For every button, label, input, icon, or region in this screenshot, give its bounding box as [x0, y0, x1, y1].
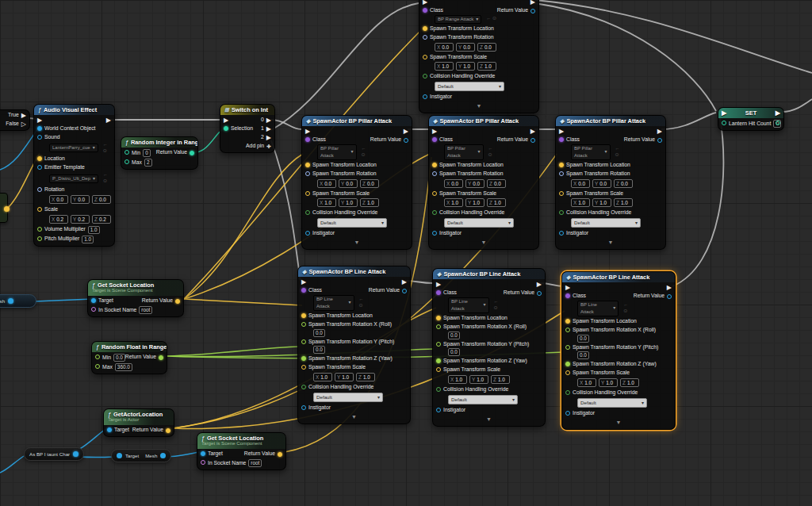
- pin-return-value[interactable]: [190, 151, 194, 155]
- collision-handling-dropdown[interactable]: Default▾: [435, 82, 504, 91]
- pin-collision-handling-override[interactable]: [305, 210, 310, 215]
- pin-class[interactable]: [301, 288, 306, 293]
- vector-x-field[interactable]: X1.0: [577, 378, 596, 387]
- value-field[interactable]: 0.0: [313, 329, 325, 337]
- vector-z-field[interactable]: Z0.0: [477, 43, 496, 52]
- pin-return-value[interactable]: [530, 138, 535, 143]
- blueprint-graph-canvas[interactable]: True▶False▷MeshƒAudio Visual Effect▶▶Wor…: [0, 0, 812, 506]
- pin-spawn-transform-rotation-y-pitch[interactable]: [301, 339, 306, 344]
- exec-pin[interactable]: ▶: [537, 281, 542, 288]
- exec-pin[interactable]: ▶: [423, 0, 427, 6]
- spawnactor-bp-range-attack[interactable]: ▶▶ClassBP Range Attack▾← ⊙Return ValueSp…: [419, 0, 539, 113]
- p-distro-ult-dep-dropdown[interactable]: P_Distro_Ult_Dep▾: [49, 174, 98, 183]
- node-header[interactable]: ◈SpawnActor BP Pillar Attack: [429, 116, 538, 126]
- vector-x-field[interactable]: X0.0: [435, 43, 454, 52]
- node-header[interactable]: ⊞Switch on Int: [220, 105, 274, 115]
- pin-min[interactable]: [95, 355, 100, 359]
- vector-x-field[interactable]: X1.0: [448, 375, 467, 384]
- vector-y-field[interactable]: Y0.2: [71, 215, 90, 224]
- pin-return-value[interactable]: [278, 452, 282, 457]
- pin-return-value[interactable]: [657, 138, 662, 143]
- node-header[interactable]: ƒRandom Integer in Range: [121, 137, 197, 148]
- pin-return-value[interactable]: [159, 355, 163, 360]
- pin-spawn-transform-location[interactable]: [423, 26, 427, 31]
- pin-collision-handling-override[interactable]: [423, 74, 427, 79]
- collapse-arrow-icon[interactable]: ▼: [436, 416, 542, 424]
- branch-fragment[interactable]: True▶False▷: [0, 109, 30, 131]
- exec-pin[interactable]: ▶: [224, 117, 228, 124]
- lanternparry-cue-dropdown[interactable]: LanternParry_cue▾: [49, 144, 98, 152]
- pin-class[interactable]: [565, 293, 570, 298]
- pin-spawn-transform-location[interactable]: [436, 316, 441, 320]
- vector-y-field[interactable]: Y1.0: [335, 373, 354, 381]
- getactorlocation[interactable]: ƒGetActorLocationTarget is ActorTargetRe…: [103, 408, 174, 437]
- pin-spawn-transform-rotation-z-yaw[interactable]: [436, 358, 441, 363]
- pin-spawn-transform-rotation[interactable]: [559, 171, 564, 176]
- exec-pin[interactable]: ▶: [559, 128, 564, 135]
- pin-spawn-transform-rotation-x-roll[interactable]: [301, 322, 306, 327]
- vector-y-field[interactable]: Y1.0: [469, 375, 488, 384]
- pin-spawn-transform-location[interactable]: [432, 163, 437, 167]
- vector-x-field[interactable]: X0.0: [317, 179, 336, 188]
- pin-spawn-transform-rotation[interactable]: [305, 171, 310, 176]
- pin-spawn-transform-location[interactable]: [305, 163, 310, 167]
- vector-x-field[interactable]: X0.0: [571, 179, 590, 188]
- min-field[interactable]: 0: [143, 149, 151, 157]
- get-socket-location-lower[interactable]: ƒGet Socket LocationTarget is Scene Comp…: [197, 432, 286, 470]
- pin-return-value[interactable]: [404, 138, 408, 143]
- pin-pitch-multiplier[interactable]: [37, 236, 42, 241]
- vector-y-field[interactable]: Y0.0: [592, 179, 611, 188]
- exec-pin[interactable]: ▶: [106, 117, 111, 124]
- mesh-variable-pill[interactable]: Mesh: [0, 294, 36, 308]
- pin-spawn-transform-scale[interactable]: [423, 55, 427, 59]
- pin-volume-multiplier[interactable]: [37, 227, 42, 232]
- vector-y-field[interactable]: Y0.0: [456, 43, 475, 52]
- offscreen-variable-fragment[interactable]: [0, 193, 8, 223]
- bp-line-attack-dropdown[interactable]: BP Line Attack▾: [577, 301, 619, 316]
- collapse-arrow-icon[interactable]: ▼: [565, 419, 672, 427]
- bp-pillar-attack-dropdown[interactable]: BP Pillar Attack▾: [317, 144, 357, 160]
- bp-line-attack-dropdown[interactable]: BP Line Attack▾: [448, 297, 489, 313]
- random-float-in-range[interactable]: ƒRandom Float in RangeMin0.0Return Value…: [91, 341, 167, 374]
- pin-data[interactable]: [776, 121, 780, 125]
- pin-instigator[interactable]: [301, 405, 306, 410]
- vector-x-field[interactable]: X1.0: [435, 62, 454, 71]
- pin-spawn-transform-scale[interactable]: [565, 370, 570, 375]
- vector-x-field[interactable]: X1.0: [444, 198, 463, 207]
- get-socket-location-upper[interactable]: ƒGet Socket LocationTarget is Scene Comp…: [87, 279, 184, 317]
- collision-handling-dropdown[interactable]: Default▾: [448, 395, 518, 404]
- pin-return-value[interactable]: [537, 291, 542, 296]
- collision-handling-dropdown[interactable]: Default▾: [571, 218, 641, 228]
- vector-z-field[interactable]: Z0.0: [360, 179, 379, 188]
- volume-multiplier-field[interactable]: 1.0: [88, 226, 100, 234]
- pin-spawn-transform-location[interactable]: [565, 319, 570, 324]
- pin-collision-handling-override[interactable]: [559, 210, 564, 215]
- pin-instigator[interactable]: [432, 231, 437, 236]
- random-integer-in-range[interactable]: ƒRandom Integer in RangeMin0Return Value…: [121, 136, 198, 170]
- vector-z-field[interactable]: Z1.0: [356, 373, 375, 381]
- as-bp-cast-pill[interactable]: As BP I taunt Char: [24, 447, 84, 461]
- vector-x-field[interactable]: X0.0: [444, 179, 463, 188]
- false-pin[interactable]: ▷: [21, 121, 26, 128]
- exec-pin[interactable]: ▶: [305, 128, 310, 135]
- vector-z-field[interactable]: Z0.0: [92, 195, 111, 204]
- pin-max[interactable]: [95, 364, 100, 369]
- pin-spawn-transform-rotation-z-yaw[interactable]: [301, 356, 306, 361]
- vector-z-field[interactable]: Z0.0: [614, 179, 633, 188]
- spawnactor-bp-line-attack-3[interactable]: ◈SpawnActor BP Line Attack▶▶ClassBP Line…: [561, 271, 676, 430]
- in-socket-name-field[interactable]: root: [139, 306, 152, 314]
- audio-visual-effect[interactable]: ƒAudio Visual Effect▶▶World Context Obje…: [33, 104, 115, 247]
- vector-y-field[interactable]: Y1.0: [599, 378, 618, 387]
- exec-pin[interactable]: ▶: [667, 284, 672, 291]
- node-header[interactable]: ◈SpawnActor BP Line Attack: [562, 272, 675, 282]
- pin-as-bp-i-taunt-char-out[interactable]: [73, 451, 79, 457]
- exec-pin[interactable]: ▶: [432, 128, 437, 135]
- exec-pin[interactable]: ▶: [565, 284, 570, 291]
- max-field[interactable]: 2: [144, 159, 152, 167]
- pin-mesh-out[interactable]: [8, 298, 13, 304]
- node-header[interactable]: ƒGetActorLocationTarget is Actor: [104, 409, 174, 425]
- add-pin-icon[interactable]: ✚: [266, 143, 271, 150]
- vector-y-field[interactable]: Y1.0: [456, 62, 475, 71]
- exec-pin[interactable]: ▶: [436, 281, 441, 288]
- spawnactor-bp-pillar-attack-1[interactable]: ◈SpawnActor BP Pillar Attack▶▶ClassBP Pi…: [301, 115, 412, 250]
